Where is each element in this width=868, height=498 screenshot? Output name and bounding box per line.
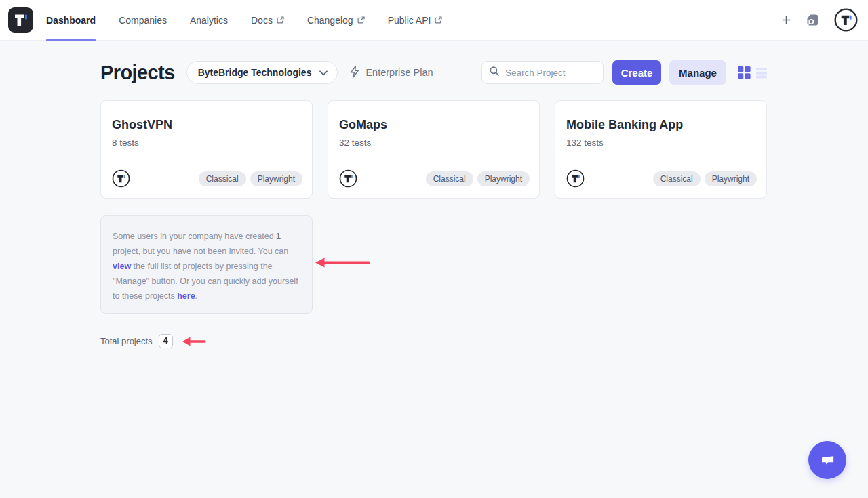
manage-button[interactable]: Manage xyxy=(669,60,726,85)
chat-bubble-icon xyxy=(818,451,837,470)
grid-view-icon[interactable] xyxy=(738,66,751,79)
red-arrow-left-icon xyxy=(181,336,206,347)
nav-menu: Dashboard Companies Analytics Docs Chang… xyxy=(46,0,442,41)
notice-text: project, but you have not been invited. … xyxy=(113,247,288,256)
external-link-icon xyxy=(277,16,284,24)
global-search-icon[interactable] xyxy=(806,13,820,27)
here-link[interactable]: here xyxy=(177,291,195,301)
badge-classical: Classical xyxy=(653,171,701,186)
project-name: GoMaps xyxy=(339,118,528,132)
top-navigation: Dashboard Companies Analytics Docs Chang… xyxy=(0,0,868,41)
badge-classical: Classical xyxy=(426,171,473,186)
project-framework-logo-icon xyxy=(339,169,357,188)
badge-playwright: Playwright xyxy=(250,171,302,186)
red-arrow-left-icon xyxy=(314,257,371,273)
external-link-icon xyxy=(357,16,365,24)
create-button[interactable]: Create xyxy=(612,60,661,85)
nav-tab-label: Companies xyxy=(119,15,167,26)
nav-tab-label: Analytics xyxy=(190,15,228,26)
notice-project-count: 1 xyxy=(276,232,281,241)
project-name: GhostVPN xyxy=(112,118,301,132)
project-card-footer: Classical Playwright xyxy=(339,169,530,188)
project-tests-count: 32 tests xyxy=(339,138,528,148)
view-toggles xyxy=(738,66,767,79)
nav-tab-label: Dashboard xyxy=(46,15,96,26)
uninvited-projects-notice: Some users in your company have created … xyxy=(100,215,313,314)
nav-link-label: Public API xyxy=(388,15,431,26)
nav-link-public-api[interactable]: Public API xyxy=(388,0,443,41)
plan-indicator: Enterprise Plan xyxy=(349,65,433,80)
notice-text: . xyxy=(195,291,197,301)
total-projects-label: Total projects xyxy=(100,336,153,346)
nav-right-actions xyxy=(781,8,868,32)
project-card-footer: Classical Playwright xyxy=(566,169,757,188)
project-badges: Classical Playwright xyxy=(653,171,757,186)
list-view-icon[interactable] xyxy=(756,67,767,79)
company-selector-value: ByteBridge Technologies xyxy=(198,67,312,78)
external-link-icon xyxy=(435,16,442,24)
badge-playwright: Playwright xyxy=(477,171,530,186)
nav-link-label: Changelog xyxy=(307,15,353,26)
project-badges: Classical Playwright xyxy=(426,171,530,186)
project-card-ghostvpn[interactable]: GhostVPN 8 tests Classical Playwright xyxy=(100,100,313,199)
project-card-footer: Classical Playwright xyxy=(112,169,302,188)
search-input[interactable] xyxy=(505,68,596,78)
notice-text: Some users in your company have created xyxy=(113,232,276,241)
totals-row: Total projects 4 xyxy=(100,334,767,348)
page-header: Projects ByteBridge Technologies Enterpr… xyxy=(100,60,767,85)
total-projects-count-badge: 4 xyxy=(159,334,173,348)
nav-link-changelog[interactable]: Changelog xyxy=(307,0,365,41)
view-link[interactable]: view xyxy=(113,262,131,271)
bolt-icon xyxy=(349,65,360,80)
project-name: Mobile Banking App xyxy=(566,118,755,132)
project-card-mobile-banking-app[interactable]: Mobile Banking App 132 tests Classical P… xyxy=(555,100,767,199)
company-selector-dropdown[interactable]: ByteBridge Technologies xyxy=(186,61,338,84)
page-title: Projects xyxy=(100,62,175,84)
app-logo-icon[interactable] xyxy=(8,7,33,33)
badge-playwright: Playwright xyxy=(705,171,757,186)
nav-link-label: Docs xyxy=(251,15,273,26)
header-actions: Create Manage xyxy=(481,60,767,85)
plan-label: Enterprise Plan xyxy=(366,67,433,78)
project-card-gomaps[interactable]: GoMaps 32 tests Classical Playwright xyxy=(328,100,540,199)
project-search xyxy=(481,61,604,84)
project-tests-count: 132 tests xyxy=(566,138,755,148)
nav-tab-analytics[interactable]: Analytics xyxy=(190,0,228,41)
search-icon xyxy=(489,66,500,79)
nav-tab-companies[interactable]: Companies xyxy=(119,0,167,41)
main-content: Projects ByteBridge Technologies Enterpr… xyxy=(0,60,868,348)
chevron-down-icon xyxy=(319,67,328,78)
badge-classical: Classical xyxy=(199,171,246,186)
nav-tab-dashboard[interactable]: Dashboard xyxy=(46,0,96,41)
projects-grid: GhostVPN 8 tests Classical Playwright Go… xyxy=(100,100,767,314)
project-framework-logo-icon xyxy=(112,169,130,188)
notice-text: the full list of projects by pressing th… xyxy=(113,262,298,301)
project-badges: Classical Playwright xyxy=(199,171,302,186)
project-framework-logo-icon xyxy=(566,169,585,188)
user-avatar[interactable] xyxy=(834,8,858,32)
project-tests-count: 8 tests xyxy=(112,138,301,148)
add-plus-icon[interactable] xyxy=(781,15,791,25)
chat-widget-button[interactable] xyxy=(808,441,846,479)
nav-link-docs[interactable]: Docs xyxy=(251,0,284,41)
